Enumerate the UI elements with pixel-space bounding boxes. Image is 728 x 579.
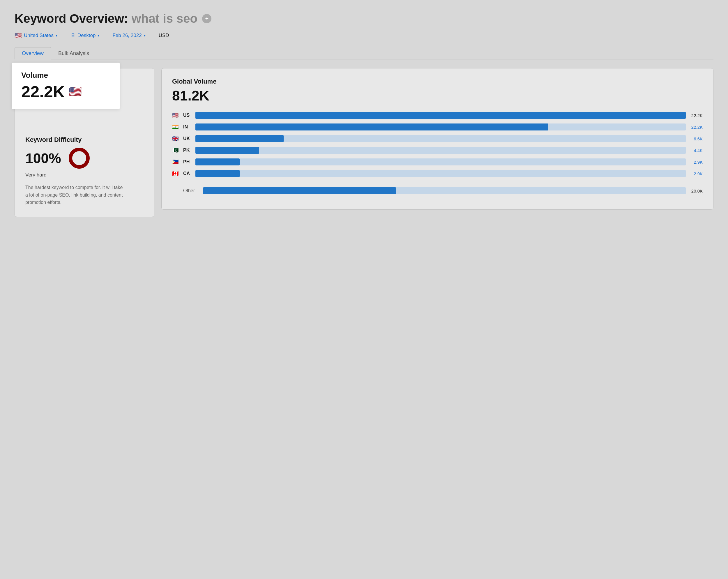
- cards-row: Volume 22.2K 🇺🇸 Keyword Difficulty 100% …: [15, 68, 713, 217]
- other-bar-track: [203, 187, 686, 194]
- date-filter[interactable]: Feb 26, 2022 ▾: [112, 33, 152, 39]
- bar-row: 🇺🇸 US 22.2K: [172, 112, 703, 119]
- svg-point-1: [71, 149, 88, 167]
- kd-value-row: 100%: [25, 147, 144, 170]
- bar-track: [196, 135, 686, 142]
- bar-value: 2.9K: [689, 159, 703, 165]
- bar-fill: [196, 112, 686, 119]
- kd-donut-chart: [68, 147, 91, 170]
- bar-country-code: US: [183, 113, 192, 118]
- tab-bulk-analysis[interactable]: Bulk Analysis: [51, 47, 96, 59]
- date-label: Feb 26, 2022: [112, 33, 141, 39]
- bar-fill: [196, 147, 259, 154]
- currency-filter: USD: [159, 33, 176, 39]
- bar-fill: [196, 124, 548, 130]
- right-card: Global Volume 81.2K 🇺🇸 US 22.2K 🇮🇳 IN 22…: [161, 68, 713, 210]
- bar-country-code: UK: [183, 136, 192, 141]
- kd-number: 100%: [25, 150, 61, 166]
- title-prefix: Keyword Overview:: [15, 11, 128, 26]
- country-bar-rows: 🇺🇸 US 22.2K 🇮🇳 IN 22.2K 🇬🇧 UK 6.6K 🇵🇰 PK: [172, 112, 703, 177]
- bar-value: 2.9K: [689, 171, 703, 176]
- bar-country-code: IN: [183, 124, 192, 130]
- global-volume-number: 81.2K: [172, 88, 703, 104]
- bar-track: [196, 170, 686, 177]
- bar-flag-icon: 🇮🇳: [172, 124, 180, 130]
- bar-separator: [172, 182, 703, 182]
- bar-flag-icon: 🇨🇦: [172, 170, 180, 177]
- other-label: Other: [183, 188, 200, 193]
- kd-difficulty-label: Very hard: [25, 172, 144, 178]
- tab-overview[interactable]: Overview: [15, 47, 51, 59]
- bar-fill: [196, 170, 240, 177]
- bar-track: [196, 147, 686, 154]
- bar-track: [196, 158, 686, 166]
- kd-section: Keyword Difficulty 100% Very hard The ha…: [25, 136, 144, 206]
- bar-value: 4.4K: [689, 148, 703, 153]
- bar-country-code: PK: [183, 148, 192, 153]
- bar-flag-icon: 🇬🇧: [172, 135, 180, 142]
- other-bar-row: Other 20.0K: [172, 187, 703, 194]
- bar-country-code: CA: [183, 171, 192, 176]
- date-chevron-icon: ▾: [144, 33, 146, 37]
- country-chevron-icon: ▾: [56, 33, 57, 37]
- bar-fill: [196, 158, 240, 166]
- volume-flag-icon: 🇺🇸: [69, 85, 82, 98]
- bar-row: 🇮🇳 IN 22.2K: [172, 124, 703, 130]
- global-volume-title: Global Volume: [172, 78, 703, 85]
- desktop-icon: 🖥: [71, 33, 75, 39]
- bar-value: 6.6K: [689, 136, 703, 141]
- other-bar-fill: [203, 187, 396, 194]
- country-filter[interactable]: 🇺🇸 United States ▾: [15, 32, 64, 39]
- bar-row: 🇵🇭 PH 2.9K: [172, 158, 703, 166]
- volume-title: Volume: [21, 71, 109, 80]
- page-title: Keyword Overview: what is seo +: [15, 11, 713, 26]
- bar-track: [196, 124, 686, 130]
- tabs-bar: Overview Bulk Analysis: [15, 47, 713, 59]
- bar-flag-icon: 🇺🇸: [172, 112, 180, 119]
- kd-description: The hardest keyword to compete for. It w…: [25, 184, 124, 206]
- bar-flag-icon: 🇵🇭: [172, 159, 180, 165]
- volume-value-row: 22.2K 🇺🇸: [21, 82, 109, 101]
- other-bar-value: 20.0K: [689, 188, 703, 193]
- bar-track: [196, 112, 686, 119]
- bar-row: 🇨🇦 CA 2.9K: [172, 170, 703, 177]
- keyword-text: what is seo: [132, 11, 198, 26]
- bar-fill: [196, 135, 284, 142]
- volume-number: 22.2K: [21, 82, 64, 101]
- currency-label: USD: [159, 33, 169, 39]
- left-card: Volume 22.2K 🇺🇸 Keyword Difficulty 100% …: [15, 68, 154, 217]
- us-flag-icon: 🇺🇸: [15, 32, 22, 39]
- bar-row: 🇬🇧 UK 6.6K: [172, 135, 703, 142]
- device-label: Desktop: [77, 33, 96, 39]
- volume-card: Volume 22.2K 🇺🇸: [12, 62, 120, 109]
- bar-value: 22.2K: [689, 113, 703, 118]
- bar-row: 🇵🇰 PK 4.4K: [172, 147, 703, 154]
- filters-bar: 🇺🇸 United States ▾ 🖥 Desktop ▾ Feb 26, 2…: [15, 32, 713, 39]
- device-chevron-icon: ▾: [98, 33, 99, 37]
- bar-value: 22.2K: [689, 125, 703, 130]
- country-label: United States: [24, 33, 54, 39]
- add-keyword-button[interactable]: +: [202, 14, 211, 23]
- bar-flag-icon: 🇵🇰: [172, 147, 180, 153]
- bar-country-code: PH: [183, 159, 192, 165]
- device-filter[interactable]: 🖥 Desktop ▾: [71, 33, 106, 39]
- kd-title: Keyword Difficulty: [25, 136, 144, 144]
